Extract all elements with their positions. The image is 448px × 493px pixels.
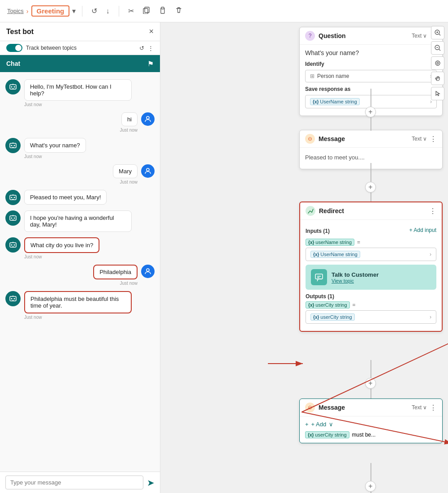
- message-bubble-user-1-wrap: hi Just now: [120, 112, 138, 133]
- message-bot-3: Pleased to meet you, Mary!: [5, 190, 155, 205]
- more-icon[interactable]: ⋮: [148, 45, 154, 51]
- nav-separator: [82, 6, 82, 17]
- track-toggle-switch[interactable]: [6, 44, 22, 52]
- message1-type-button[interactable]: Text ∨: [412, 136, 427, 142]
- message1-chevron-icon: ∨: [423, 136, 427, 142]
- cursor-tool-button[interactable]: [431, 87, 444, 100]
- save-field-inner: {x} UserName string: [310, 98, 360, 105]
- connector-plus-2[interactable]: +: [365, 182, 376, 193]
- refresh-icon[interactable]: ↺: [139, 45, 144, 51]
- redirect-node-header: Redirect ⋮: [300, 202, 442, 220]
- timestamp-2: Just now: [24, 154, 86, 159]
- connector-line-3: [370, 360, 371, 378]
- copy-button[interactable]: [140, 5, 153, 17]
- identify-field[interactable]: ⊞ Person name ›: [305, 70, 437, 82]
- input-src-badge: {x} UserName string: [310, 251, 360, 258]
- output-src-var: userCity: [320, 314, 338, 320]
- message-bubble-user-3-wrap: Philadelphia Just now: [93, 265, 138, 286]
- connector-plus-3[interactable]: +: [365, 378, 376, 389]
- message2-node-title: Message: [319, 404, 345, 411]
- redirect-menu-icon[interactable]: ⋮: [429, 207, 436, 215]
- question-node-header: ? Question Text ∨ ⋮: [300, 27, 442, 45]
- redirect-node-body: Inputs (1) + Add input {x} userName stri…: [300, 220, 442, 331]
- question-icon: ?: [305, 31, 315, 41]
- chat-tab-label[interactable]: Chat: [6, 60, 20, 67]
- zoom-out-button[interactable]: [431, 41, 444, 55]
- add-input-button[interactable]: + Add input: [409, 227, 436, 233]
- output-src-field[interactable]: {x} userCity string ›: [306, 310, 436, 324]
- fit-button[interactable]: [431, 56, 444, 70]
- cut-button[interactable]: ✂: [125, 5, 137, 17]
- message-user-2: Mary Just now: [5, 164, 155, 184]
- hand-tool-button[interactable]: [431, 72, 444, 85]
- connector-plus-1[interactable]: +: [365, 107, 376, 117]
- add-icon: +: [305, 421, 309, 428]
- talk-info: Talk to Customer View topic: [332, 271, 379, 283]
- message2-content-row: {x} userCity string must be...: [305, 431, 437, 438]
- svg-point-39: [435, 61, 440, 65]
- connector-plus-4[interactable]: +: [365, 481, 376, 492]
- svg-point-21: [146, 269, 149, 271]
- output-src-chevron-icon: ›: [430, 314, 431, 320]
- breadcrumb-topics[interactable]: Topics: [7, 8, 24, 14]
- send-button[interactable]: ➤: [147, 477, 155, 488]
- talk-icon: [311, 269, 327, 285]
- output-var: userCity: [315, 302, 333, 308]
- svg-point-24: [14, 298, 15, 300]
- svg-point-9: [11, 145, 13, 146]
- save-type: string: [345, 99, 357, 104]
- view-topic-link[interactable]: View topic: [332, 278, 379, 283]
- delete-button[interactable]: [172, 5, 185, 17]
- question-type-label: Text: [412, 33, 422, 39]
- output-src-type: string: [340, 314, 352, 320]
- top-nav: Topics › Greeting ▾ ↺ ↓ ✂: [0, 0, 448, 22]
- nav-separator2: [119, 6, 119, 17]
- message-bot-4: I hope you're having a wonderful day, Ma…: [5, 210, 155, 232]
- message2-type-button[interactable]: Text ∨: [412, 404, 427, 411]
- breadcrumb-current[interactable]: Greeting: [31, 5, 70, 17]
- bot-avatar-3: [5, 190, 21, 205]
- add-row[interactable]: + + Add ∨: [305, 421, 437, 428]
- message2-header-left: ⊖ Message: [305, 403, 345, 412]
- message-bubble-user-3: Philadelphia: [93, 265, 138, 279]
- message1-content: Pleased to meet you....: [305, 152, 437, 164]
- question-type-button[interactable]: Text ∨: [412, 33, 427, 39]
- redirect-header-right: ⋮: [429, 207, 436, 215]
- chevron-down-icon[interactable]: ▾: [72, 7, 76, 15]
- paste-button[interactable]: [156, 5, 169, 17]
- bot-avatar-4: [5, 210, 21, 226]
- talk-to-customer-title: Talk to Customer: [332, 271, 379, 278]
- output-src-inner: {x} userCity string: [310, 313, 355, 321]
- undo-button[interactable]: ↺: [89, 5, 100, 17]
- table-icon: ⊞: [310, 73, 314, 79]
- svg-rect-0: [145, 7, 149, 13]
- chat-input[interactable]: [5, 476, 143, 489]
- chat-header: Test bot ×: [0, 22, 160, 41]
- user-avatar-1: [141, 112, 155, 126]
- message-bot-6: Philadelphia must be beautiful this time…: [5, 291, 155, 320]
- timestamp-user-3: Just now: [120, 281, 138, 286]
- close-button[interactable]: ×: [149, 27, 154, 36]
- redirect-node-title: Redirect: [319, 207, 344, 214]
- timestamp-1: Just now: [24, 102, 132, 107]
- redo-button[interactable]: ↓: [103, 5, 112, 17]
- input-src-inner: {x} UserName string: [310, 251, 360, 258]
- talk-to-customer-block: Talk to Customer View topic: [306, 265, 436, 290]
- message1-menu-icon[interactable]: ⋮: [430, 135, 437, 143]
- add-dropdown-icon: ∨: [329, 421, 333, 428]
- zoom-in-button[interactable]: [431, 26, 444, 39]
- question-node-title: Question: [319, 32, 346, 39]
- identify-label: Identify: [305, 61, 437, 67]
- message1-node-header: ⊖ Message Text ∨ ⋮: [300, 130, 442, 148]
- svg-point-6: [14, 86, 15, 88]
- connector-line-1: [370, 89, 371, 107]
- svg-point-23: [11, 298, 13, 300]
- svg-point-40: [437, 62, 439, 64]
- track-toggle: Track between topics: [6, 44, 77, 52]
- save-var: UserName: [320, 99, 344, 104]
- message2-menu-icon[interactable]: ⋮: [430, 403, 437, 412]
- input-src-field[interactable]: {x} UserName string ›: [306, 248, 436, 261]
- svg-point-19: [11, 244, 13, 246]
- message-bot-2: What's your name? Just now: [5, 138, 155, 159]
- inputs-label: Inputs (1): [306, 228, 330, 234]
